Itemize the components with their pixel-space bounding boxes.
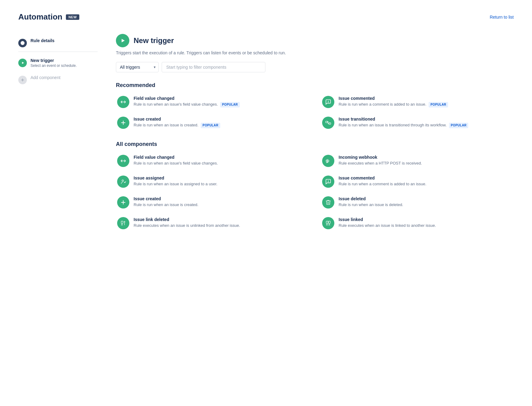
component-field-value-changed-rec[interactable]: Field value changed Rule is run when an … — [116, 95, 309, 109]
all-components-title: All components — [116, 141, 514, 147]
component-issue-commented-all[interactable]: Issue commented Rule is run when a comme… — [321, 174, 514, 189]
sidebar-item-rule-details[interactable]: Rule details — [18, 34, 98, 52]
issue-linked-icon — [322, 217, 334, 229]
issue-deleted-desc: Rule is run when an issue is deleted. — [339, 202, 403, 208]
issue-created-rec-desc: Rule is run when an issue is created. PO… — [134, 122, 220, 128]
incoming-webhook-name: Incoming webhook — [339, 155, 422, 160]
issue-commented-all-desc: Rule is run when a comment is added to a… — [339, 181, 426, 187]
recommended-section: Recommended Field value changed — [116, 82, 514, 130]
new-badge: NEW — [66, 14, 79, 20]
sidebar-new-trigger-label: New trigger — [31, 58, 77, 63]
field-value-changed-all-desc: Rule is run when an issue's field value … — [134, 161, 218, 166]
component-issue-link-deleted[interactable]: Issue link deleted Rule executes when an… — [116, 216, 309, 230]
issue-commented-all-name: Issue commented — [339, 176, 426, 180]
filter-row: All triggers Events Scheduled — [116, 62, 514, 72]
component-issue-linked[interactable]: Issue linked Rule executes when an issue… — [321, 216, 514, 230]
svg-point-2 — [22, 42, 23, 42]
svg-rect-23 — [121, 221, 123, 223]
svg-rect-31 — [329, 221, 330, 223]
field-value-changed-rec-name: Field value changed — [134, 96, 240, 101]
incoming-webhook-desc: Rule executes when a HTTP POST is receiv… — [339, 161, 422, 166]
field-value-changed-all-icon — [117, 155, 129, 167]
component-issue-commented-rec[interactable]: Issue commented Rule is run when a comme… — [321, 95, 514, 109]
issue-link-deleted-icon — [117, 217, 129, 229]
popular-badge-2: POPULAR — [429, 102, 448, 107]
sidebar-item-new-trigger[interactable]: New trigger Select an event or schedule. — [18, 53, 98, 72]
field-value-changed-all-name: Field value changed — [134, 155, 218, 160]
section-title: New trigger — [134, 36, 174, 45]
all-components-section: All components Field value changed — [116, 141, 514, 230]
issue-transitioned-rec-icon — [322, 117, 334, 129]
trigger-filter-select[interactable]: All triggers Events Scheduled — [116, 62, 159, 72]
svg-marker-6 — [122, 39, 125, 42]
component-issue-assigned[interactable]: Issue assigned Rule is run when an issue… — [116, 174, 309, 189]
issue-commented-rec-icon — [322, 96, 334, 108]
issue-linked-name: Issue linked — [339, 217, 436, 222]
sidebar-new-trigger-sublabel: Select an event or schedule. — [31, 63, 77, 68]
component-incoming-webhook[interactable]: Incoming webhook Rule executes when a HT… — [321, 154, 514, 168]
all-components-grid: Field value changed Rule is run when an … — [116, 154, 514, 230]
issue-created-rec-name: Issue created — [134, 117, 220, 121]
issue-created-all-name: Issue created — [134, 196, 198, 201]
issue-commented-all-icon — [322, 176, 334, 188]
issue-created-rec-icon — [117, 117, 129, 129]
issue-linked-desc: Rule executes when an issue is linked to… — [339, 223, 436, 228]
issue-commented-rec-name: Issue commented — [339, 96, 448, 101]
issue-assigned-name: Issue assigned — [134, 176, 217, 180]
main-content: New trigger Triggers start the execution… — [104, 34, 514, 241]
rule-details-icon — [18, 39, 27, 47]
trigger-play-icon — [116, 34, 129, 47]
sidebar-item-add-component[interactable]: Add component — [18, 72, 98, 89]
page-title: Automation — [18, 12, 62, 22]
svg-marker-3 — [22, 62, 24, 64]
svg-point-9 — [328, 103, 329, 103]
add-component-icon — [18, 76, 27, 84]
component-field-value-changed-all[interactable]: Field value changed Rule is run when an … — [116, 154, 309, 168]
issue-link-deleted-desc: Rule executes when an issue is unlinked … — [134, 223, 240, 228]
section-desc: Triggers start the execution of a rule. … — [116, 50, 514, 55]
issue-transitioned-rec-name: Issue transitioned — [339, 117, 468, 121]
issue-deleted-icon — [322, 196, 334, 208]
component-issue-transitioned-rec[interactable]: Issue transitioned Rule is run when an i… — [321, 115, 514, 130]
sidebar-rule-details-label: Rule details — [31, 38, 55, 43]
popular-badge: POPULAR — [220, 102, 240, 107]
component-issue-created-rec[interactable]: Issue created Rule is run when an issue … — [116, 115, 309, 130]
issue-created-all-desc: Rule is run when an issue is created. — [134, 202, 198, 208]
field-value-changed-rec-desc: Rule is run when an issue's field value … — [134, 102, 240, 107]
component-issue-deleted[interactable]: Issue deleted Rule is run when an issue … — [321, 195, 514, 210]
issue-commented-rec-desc: Rule is run when a comment is added to a… — [339, 102, 448, 107]
sidebar: Rule details New trigger Select an event… — [18, 34, 104, 241]
issue-assigned-icon — [117, 176, 129, 188]
issue-link-deleted-name: Issue link deleted — [134, 217, 240, 222]
new-trigger-sidebar-icon — [18, 59, 27, 67]
recommended-title: Recommended — [116, 82, 514, 89]
issue-created-all-icon — [117, 196, 129, 208]
svg-rect-28 — [326, 221, 328, 223]
trigger-filter-select-wrapper[interactable]: All triggers Events Scheduled — [116, 62, 159, 72]
issue-deleted-name: Issue deleted — [339, 196, 403, 201]
filter-input[interactable] — [162, 62, 265, 72]
return-to-list-link[interactable]: Return to list — [490, 15, 514, 20]
issue-transitioned-rec-desc: Rule is run when an issue is transitione… — [339, 122, 468, 128]
svg-point-20 — [328, 183, 329, 183]
component-issue-created-all[interactable]: Issue created Rule is run when an issue … — [116, 195, 309, 210]
recommended-grid: Field value changed Rule is run when an … — [116, 95, 514, 130]
incoming-webhook-icon — [322, 155, 334, 167]
issue-assigned-desc: Rule is run when an issue is assigned to… — [134, 181, 217, 187]
popular-badge-3: POPULAR — [201, 123, 220, 128]
svg-point-18 — [122, 180, 124, 181]
popular-badge-4: POPULAR — [449, 123, 469, 128]
field-value-changed-rec-icon — [117, 96, 129, 108]
sidebar-add-component-label: Add component — [31, 75, 60, 80]
